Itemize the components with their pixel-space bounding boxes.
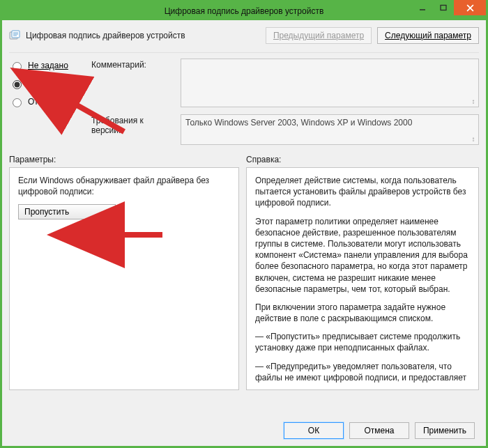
parameters-panel: Если Windows обнаруживает файл драйвера … <box>9 167 239 390</box>
parameters-label: Параметры: <box>9 155 239 164</box>
window-frame: Цифровая подпись драйверов устройств <box>0 0 488 448</box>
help-paragraph: Определяет действие системы, когда польз… <box>255 175 468 209</box>
help-paragraph: — «Предупредить» уведомляет пользователя… <box>255 361 468 383</box>
radio-not-configured-label: Не задано <box>28 61 68 70</box>
lower-grid: Параметры: Если Windows обнаруживает фай… <box>9 155 479 415</box>
radio-not-configured[interactable]: Не задано <box>9 60 86 71</box>
parameters-prompt: Если Windows обнаруживает файл драйвера … <box>18 175 230 197</box>
resize-handle-icon: ↕ <box>470 136 477 143</box>
window-content: Цифровая подпись драйверов устройств Пре… <box>2 20 486 446</box>
help-paragraph: — «Пропустить» предписывает системе прод… <box>255 331 468 353</box>
divider <box>9 52 479 53</box>
help-panel: Определяет действие системы, когда польз… <box>246 167 479 390</box>
help-paragraph: Этот параметр политики определяет наимен… <box>255 216 468 295</box>
parameters-column: Параметры: Если Windows обнаруживает фай… <box>9 155 239 415</box>
minimize-button[interactable] <box>412 0 433 15</box>
next-setting-button[interactable]: Следующий параметр <box>377 27 479 44</box>
header-row: Цифровая подпись драйверов устройств Пре… <box>9 27 479 44</box>
help-scroll[interactable]: Определяет действие системы, когда польз… <box>255 175 470 383</box>
footer-buttons: ОК Отмена Применить <box>9 415 479 440</box>
page-title: Цифровая подпись драйверов устройств <box>26 31 260 40</box>
requirements-box: Только Windows Server 2003, Windows XP и… <box>181 114 479 145</box>
close-button[interactable] <box>454 0 486 15</box>
policy-icon <box>9 30 20 41</box>
action-dropdown[interactable]: Пропустить <box>18 204 116 219</box>
radio-enabled[interactable]: Включено <box>9 78 86 89</box>
radio-disabled-input[interactable] <box>13 98 22 107</box>
radio-disabled[interactable]: Отключено <box>9 96 86 107</box>
title-bar[interactable]: Цифровая подпись драйверов устройств <box>2 2 486 20</box>
maximize-button[interactable] <box>433 0 454 15</box>
help-paragraph: При включении этого параметра задайте ну… <box>255 302 468 324</box>
help-column: Справка: Определяет действие системы, ко… <box>246 155 479 415</box>
cancel-button[interactable]: Отмена <box>349 422 409 439</box>
apply-button[interactable]: Применить <box>415 422 475 439</box>
upper-grid: Не задано Включено Отключено Комментарий… <box>9 59 479 145</box>
radio-not-configured-input[interactable] <box>13 62 22 71</box>
radio-enabled-input[interactable] <box>13 80 22 89</box>
comment-label: Комментарий: <box>91 59 175 70</box>
ok-button[interactable]: ОК <box>284 422 344 439</box>
svg-rect-1 <box>441 6 446 10</box>
comment-textarea[interactable]: ↕ <box>181 59 479 107</box>
requirements-label: Требования к версии: <box>91 114 175 135</box>
requirements-value: Только Windows Server 2003, Windows XP и… <box>185 118 412 128</box>
radio-enabled-label: Включено <box>28 79 66 88</box>
previous-setting-button: Предыдущий параметр <box>266 27 372 44</box>
help-label: Справка: <box>246 155 479 164</box>
window-controls <box>412 0 486 15</box>
resize-handle-icon: ↕ <box>470 98 477 105</box>
state-radio-group: Не задано Включено Отключено <box>9 59 86 107</box>
radio-disabled-label: Отключено <box>28 97 71 107</box>
